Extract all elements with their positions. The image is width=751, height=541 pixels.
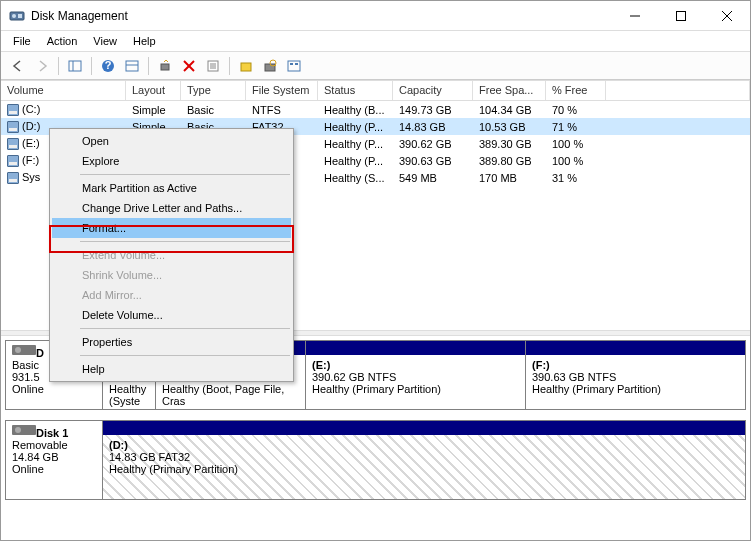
col-volume[interactable]: Volume: [1, 81, 126, 100]
ctx-open[interactable]: Open: [52, 131, 291, 151]
svg-line-23: [275, 65, 276, 66]
volume-status-cell: Healthy (P...: [318, 121, 393, 133]
partition-e[interactable]: (E:) 390.62 GB NTFS Healthy (Primary Par…: [305, 341, 525, 409]
menu-file[interactable]: File: [5, 33, 39, 49]
svg-rect-7: [69, 61, 81, 71]
disk-1-header[interactable]: Disk 1 Removable 14.84 GB Online: [6, 421, 103, 499]
partition-f[interactable]: (F:) 390.63 GB NTFS Healthy (Primary Par…: [525, 341, 745, 409]
svg-rect-26: [295, 63, 298, 65]
ctx-separator: [80, 174, 290, 175]
volume-capacity-cell: 549 MB: [393, 172, 473, 184]
ctx-delete-volume[interactable]: Delete Volume...: [52, 305, 291, 325]
disk-0-size: 931.5: [12, 371, 40, 383]
col-capacity[interactable]: Capacity: [393, 81, 473, 100]
help-button[interactable]: ?: [97, 55, 119, 77]
partition-status: Healthy (Primary Partition): [312, 383, 441, 395]
partition-name: (F:): [532, 359, 550, 371]
disk-0-label: D: [36, 347, 44, 359]
ctx-help[interactable]: Help: [52, 359, 291, 379]
partition-status: Healthy (Primary Partition): [532, 383, 661, 395]
svg-rect-21: [265, 64, 275, 71]
menu-action[interactable]: Action: [39, 33, 86, 49]
properties-button[interactable]: [202, 55, 224, 77]
disk-1-size: 14.84 GB: [12, 451, 58, 463]
toolbar-separator: [58, 57, 59, 75]
partition-d[interactable]: (D:) 14.83 GB FAT32 Healthy (Primary Par…: [103, 421, 745, 499]
menubar: File Action View Help: [1, 31, 750, 52]
ctx-separator: [80, 355, 290, 356]
volume-pfree-cell: 31 %: [546, 172, 606, 184]
partition-status: Healthy (Primary Partition): [109, 463, 238, 475]
menu-help[interactable]: Help: [125, 33, 164, 49]
svg-rect-20: [241, 63, 251, 71]
col-filesystem[interactable]: File System: [246, 81, 318, 100]
toolbar: ?: [1, 52, 750, 80]
ctx-explore[interactable]: Explore: [52, 151, 291, 171]
new-volume-button[interactable]: [235, 55, 257, 77]
ctx-shrink-volume: Shrink Volume...: [52, 265, 291, 285]
toolbar-separator: [91, 57, 92, 75]
menu-view[interactable]: View: [85, 33, 125, 49]
partition-header-stripe: [103, 421, 745, 435]
partition-header-stripe: [526, 341, 745, 355]
ctx-properties[interactable]: Properties: [52, 332, 291, 352]
settings-button[interactable]: [121, 55, 143, 77]
volume-type-cell: Basic: [181, 104, 246, 116]
col-status[interactable]: Status: [318, 81, 393, 100]
volume-capacity-cell: 390.63 GB: [393, 155, 473, 167]
volume-icon: [7, 104, 19, 116]
disk-1-type: Removable: [12, 439, 68, 451]
volume-pfree-cell: 71 %: [546, 121, 606, 133]
disk-icon: [12, 425, 36, 435]
volume-free-cell: 170 MB: [473, 172, 546, 184]
ctx-change-drive-letter[interactable]: Change Drive Letter and Paths...: [52, 198, 291, 218]
back-button[interactable]: [7, 55, 29, 77]
partition-status: Healthy (Boot, Page File, Cras: [162, 383, 284, 407]
toolbar-separator: [148, 57, 149, 75]
volume-icon: [7, 155, 19, 167]
col-layout[interactable]: Layout: [126, 81, 181, 100]
ctx-separator: [80, 241, 290, 242]
partition-header-stripe: [306, 341, 525, 355]
partition-status: Healthy (Syste: [109, 383, 146, 407]
svg-rect-25: [290, 63, 293, 65]
volume-status-cell: Healthy (P...: [318, 155, 393, 167]
show-hide-console-tree-button[interactable]: [64, 55, 86, 77]
column-headers: Volume Layout Type File System Status Ca…: [1, 80, 750, 101]
col-type[interactable]: Type: [181, 81, 246, 100]
svg-rect-2: [18, 14, 22, 18]
close-button[interactable]: [704, 1, 750, 31]
partition-name: (E:): [312, 359, 330, 371]
delete-button[interactable]: [178, 55, 200, 77]
volume-icon: [7, 138, 19, 150]
col-spacer: [606, 81, 750, 100]
app-icon: [9, 8, 25, 24]
disk-1-row[interactable]: Disk 1 Removable 14.84 GB Online (D:) 14…: [5, 420, 746, 500]
ctx-format[interactable]: Format...: [52, 218, 291, 238]
svg-rect-4: [677, 11, 686, 20]
volume-free-cell: 104.34 GB: [473, 104, 546, 116]
col-freespace[interactable]: Free Spa...: [473, 81, 546, 100]
col-percentfree[interactable]: % Free: [546, 81, 606, 100]
attach-vhd-button[interactable]: [259, 55, 281, 77]
maximize-button[interactable]: [658, 1, 704, 31]
partition-fs: 390.63 GB NTFS: [532, 371, 616, 383]
volume-pfree-cell: 100 %: [546, 138, 606, 150]
svg-text:?: ?: [105, 59, 112, 71]
disk-icon: [12, 345, 36, 355]
volume-pfree-cell: 100 %: [546, 155, 606, 167]
volume-capacity-cell: 149.73 GB: [393, 104, 473, 116]
minimize-button[interactable]: [612, 1, 658, 31]
volume-capacity-cell: 390.62 GB: [393, 138, 473, 150]
forward-button[interactable]: [31, 55, 53, 77]
volume-capacity-cell: 14.83 GB: [393, 121, 473, 133]
ctx-mark-active[interactable]: Mark Partition as Active: [52, 178, 291, 198]
more-actions-button[interactable]: [283, 55, 305, 77]
disk-1-label: Disk 1: [36, 427, 68, 439]
svg-rect-24: [288, 61, 300, 71]
partition-fs: 390.62 GB NTFS: [312, 371, 396, 383]
partition-fs: 14.83 GB FAT32: [109, 451, 190, 463]
volume-free-cell: 389.30 GB: [473, 138, 546, 150]
refresh-button[interactable]: [154, 55, 176, 77]
volume-row[interactable]: (C:)SimpleBasicNTFSHealthy (B...149.73 G…: [1, 101, 750, 118]
